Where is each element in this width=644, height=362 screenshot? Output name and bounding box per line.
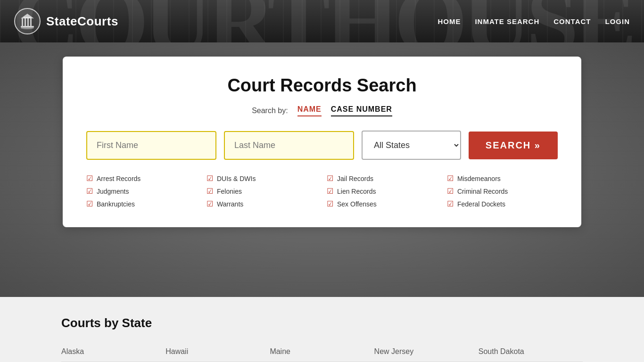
state-link-hawaii[interactable]: Hawaii bbox=[165, 342, 270, 362]
feature-arrest-records: ☑ Arrest Records bbox=[86, 174, 197, 183]
tab-name[interactable]: NAME bbox=[297, 105, 322, 116]
feature-criminal-records: ☑ Criminal Records bbox=[447, 187, 558, 196]
logo-area: StateCourts bbox=[14, 8, 118, 34]
feature-judgments: ☑ Judgments bbox=[86, 187, 197, 196]
svg-rect-7 bbox=[24, 17, 31, 18]
lower-section: Courts by State Alaska Alabama Hawaii Io… bbox=[0, 297, 644, 362]
check-icon: ☑ bbox=[86, 174, 93, 183]
svg-rect-4 bbox=[27, 18, 29, 26]
state-link-south-dakota[interactable]: South Dakota bbox=[479, 342, 583, 362]
state-col-5: South Dakota Tennessee bbox=[479, 342, 583, 362]
nav-contact[interactable]: CONTACT bbox=[553, 17, 591, 25]
check-icon: ☑ bbox=[86, 187, 93, 196]
state-col-3: Maine Michigan bbox=[270, 342, 374, 362]
svg-rect-2 bbox=[22, 18, 23, 26]
feature-label: Bankruptcies bbox=[97, 200, 135, 208]
search-by-label: Search by: bbox=[252, 107, 288, 115]
first-name-input[interactable] bbox=[86, 131, 216, 160]
feature-label: Misdemeanors bbox=[457, 175, 501, 182]
features-col-3: ☑ Jail Records ☑ Lien Records ☑ Sex Offe… bbox=[327, 174, 438, 208]
nav-login[interactable]: LOGIN bbox=[605, 17, 630, 25]
svg-rect-1 bbox=[21, 26, 34, 27]
svg-rect-5 bbox=[30, 18, 32, 26]
feature-misdemeanors: ☑ Misdemeanors bbox=[447, 174, 558, 183]
svg-rect-3 bbox=[25, 18, 26, 26]
state-link-new-jersey[interactable]: New Jersey bbox=[374, 342, 479, 362]
feature-lien-records: ☑ Lien Records bbox=[327, 187, 438, 196]
feature-label: Criminal Records bbox=[457, 188, 508, 195]
nav-inmate-search[interactable]: INMATE SEARCH bbox=[475, 17, 539, 25]
features-col-4: ☑ Misdemeanors ☑ Criminal Records ☑ Fede… bbox=[447, 174, 558, 208]
state-col-4: New Jersey New Mexico bbox=[374, 342, 479, 362]
feature-label: Warrants bbox=[217, 200, 243, 208]
logo-text: StateCourts bbox=[46, 14, 118, 29]
feature-felonies: ☑ Felonies bbox=[206, 187, 317, 196]
feature-label: Arrest Records bbox=[97, 175, 140, 182]
check-icon: ☑ bbox=[447, 187, 454, 196]
state-col-2: Hawaii Iowa bbox=[165, 342, 270, 362]
search-inputs-row: All States Alabama Alaska Arizona Arkans… bbox=[86, 131, 558, 160]
features-grid: ☑ Arrest Records ☑ Judgments ☑ Bankruptc… bbox=[86, 174, 558, 208]
card-title: Court Records Search bbox=[86, 75, 558, 96]
feature-federal-dockets: ☑ Federal Dockets bbox=[447, 199, 558, 208]
check-icon: ☑ bbox=[206, 187, 213, 196]
state-link-maine[interactable]: Maine bbox=[270, 342, 374, 362]
state-col-1: Alaska Alabama bbox=[61, 342, 165, 362]
check-icon: ☑ bbox=[327, 199, 333, 208]
feature-label: DUIs & DWIs bbox=[217, 175, 256, 182]
feature-label: Lien Records bbox=[337, 188, 376, 195]
check-icon: ☑ bbox=[327, 174, 333, 183]
courts-section-title: Courts by State bbox=[61, 316, 583, 330]
check-icon: ☑ bbox=[206, 174, 213, 183]
feature-label: Sex Offenses bbox=[337, 200, 377, 208]
feature-label: Felonies bbox=[217, 188, 242, 195]
check-icon: ☑ bbox=[327, 187, 333, 196]
logo-icon bbox=[14, 8, 41, 34]
state-link-alaska[interactable]: Alaska bbox=[61, 342, 165, 362]
feature-bankruptcies: ☑ Bankruptcies bbox=[86, 199, 197, 208]
check-icon: ☑ bbox=[447, 174, 454, 183]
search-button[interactable]: SEARCH » bbox=[469, 132, 558, 159]
search-by-row: Search by: NAME CASE NUMBER bbox=[86, 105, 558, 116]
feature-jail-records: ☑ Jail Records bbox=[327, 174, 438, 183]
nav-home[interactable]: HOME bbox=[438, 17, 461, 25]
check-icon: ☑ bbox=[86, 199, 93, 208]
tab-case-number[interactable]: CASE NUMBER bbox=[331, 105, 392, 116]
states-grid: Alaska Alabama Hawaii Iowa Maine Michiga… bbox=[61, 342, 583, 362]
features-col-2: ☑ DUIs & DWIs ☑ Felonies ☑ Warrants bbox=[206, 174, 317, 208]
feature-duis: ☑ DUIs & DWIs bbox=[206, 174, 317, 183]
features-col-1: ☑ Arrest Records ☑ Judgments ☑ Bankruptc… bbox=[86, 174, 197, 208]
last-name-input[interactable] bbox=[224, 131, 354, 160]
feature-sex-offenses: ☑ Sex Offenses bbox=[327, 199, 438, 208]
feature-label: Federal Dockets bbox=[457, 200, 505, 208]
hero-section: Court Records Search Search by: NAME CAS… bbox=[0, 42, 644, 297]
feature-label: Jail Records bbox=[337, 175, 373, 182]
header: COURTHOUSE StateCourts HOME INMATE SEARC… bbox=[0, 0, 644, 42]
check-icon: ☑ bbox=[447, 199, 454, 208]
state-select[interactable]: All States Alabama Alaska Arizona Arkans… bbox=[362, 131, 461, 160]
check-icon: ☑ bbox=[206, 199, 213, 208]
nav-links: HOME INMATE SEARCH CONTACT LOGIN bbox=[438, 17, 630, 25]
search-card: Court Records Search Search by: NAME CAS… bbox=[63, 57, 581, 227]
feature-label: Judgments bbox=[97, 188, 129, 195]
feature-warrants: ☑ Warrants bbox=[206, 199, 317, 208]
